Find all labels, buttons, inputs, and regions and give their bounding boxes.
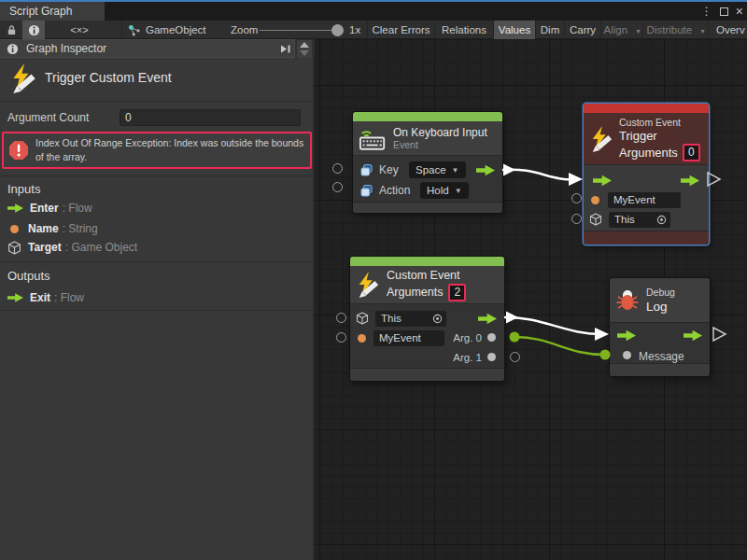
arg0-label: Arg. 0 bbox=[453, 332, 482, 343]
port-customevent-target-in[interactable] bbox=[336, 313, 346, 323]
zoom-slider-handle[interactable] bbox=[331, 24, 344, 36]
action-label: Action bbox=[379, 184, 420, 197]
keyboard-icon bbox=[359, 126, 387, 150]
tab-bar: Script Graph ⋮ × bbox=[0, 2, 747, 21]
node-color-bar bbox=[353, 112, 502, 121]
trigger-out-port[interactable] bbox=[476, 164, 495, 176]
node-title: Log bbox=[646, 300, 675, 314]
dim-button[interactable]: Dim bbox=[535, 21, 564, 39]
node-footer bbox=[610, 364, 710, 376]
node-category: Custom Event bbox=[619, 117, 700, 128]
info-icon bbox=[7, 43, 19, 55]
node-title: Trigger bbox=[619, 129, 700, 143]
gameobject-selector[interactable]: GameObject bbox=[146, 21, 206, 39]
align-button[interactable]: Align ▾ bbox=[600, 21, 642, 39]
input-row-target: Target : Game Object bbox=[7, 239, 137, 256]
node-debug-log[interactable]: Debug Log Message bbox=[610, 278, 710, 376]
arg1-label: Arg. 1 bbox=[453, 352, 482, 363]
node-on-keyboard-input[interactable]: On Keyboard Input Event Key Space▼ Actio… bbox=[353, 112, 502, 213]
event-name-row: MyEvent bbox=[591, 191, 681, 208]
tab-script-graph[interactable]: Script Graph bbox=[0, 2, 105, 21]
port-key-value-in[interactable] bbox=[332, 163, 343, 174]
scroll-spinner[interactable] bbox=[297, 40, 312, 58]
flow-in-port[interactable] bbox=[617, 329, 636, 342]
error-icon bbox=[8, 140, 29, 161]
variable-icon bbox=[360, 164, 373, 176]
target-field[interactable]: This bbox=[609, 212, 670, 228]
node-footer bbox=[584, 231, 709, 245]
toolbar: <×> GameObject Zoom 1x Clear Errors Rela… bbox=[0, 21, 747, 39]
clear-errors-button[interactable]: Clear Errors bbox=[367, 21, 434, 39]
close-icon[interactable]: × bbox=[736, 7, 743, 16]
arguments-value-box[interactable]: 0 bbox=[683, 144, 700, 161]
node-footer bbox=[350, 369, 504, 381]
object-picker-icon[interactable] bbox=[656, 215, 667, 225]
debug-play-indicator bbox=[713, 328, 726, 341]
node-category: Debug bbox=[646, 287, 675, 298]
trigger-out-port[interactable] bbox=[478, 313, 497, 325]
spinner-down-icon[interactable] bbox=[300, 50, 309, 56]
node-trigger-custom-event[interactable]: Custom Event Trigger Arguments 0 MyEvent… bbox=[584, 104, 709, 245]
dock-button[interactable] bbox=[276, 41, 294, 56]
bug-icon bbox=[615, 289, 640, 311]
inspector-toggle-button[interactable] bbox=[22, 21, 45, 39]
event-name-field[interactable]: MyEvent bbox=[608, 192, 681, 208]
overview-button[interactable]: Overv bbox=[708, 21, 747, 39]
argument-count-label: Argument Count bbox=[7, 111, 89, 124]
code-view-button[interactable]: <×> bbox=[58, 21, 101, 39]
flow-port-icon bbox=[7, 293, 23, 303]
window-controls: ⋮ × bbox=[701, 2, 743, 21]
node-title: Custom Event bbox=[387, 269, 466, 282]
lock-button[interactable] bbox=[0, 21, 22, 39]
wire-head-arrow bbox=[569, 173, 583, 186]
node-custom-event[interactable]: Custom Event Arguments 2 This MyEvent A bbox=[350, 257, 504, 381]
maximize-icon[interactable] bbox=[720, 7, 728, 16]
node-color-bar bbox=[584, 104, 709, 113]
port-arg1-out[interactable] bbox=[510, 352, 520, 362]
event-name-field[interactable]: MyEvent bbox=[374, 330, 444, 346]
target-row: This bbox=[356, 310, 446, 327]
wire-arg0-to-message[interactable] bbox=[514, 337, 605, 355]
arguments-value-box[interactable]: 2 bbox=[448, 284, 466, 301]
key-dropdown[interactable]: Space▼ bbox=[409, 161, 466, 178]
wire-endpoint bbox=[600, 350, 611, 360]
flow-in-port[interactable] bbox=[593, 175, 612, 187]
flow-out-port[interactable] bbox=[681, 175, 699, 187]
message-port[interactable] bbox=[623, 351, 631, 359]
arguments-label: Arguments bbox=[387, 286, 443, 299]
values-button[interactable]: Values bbox=[493, 21, 535, 39]
input-row-enter: Enter : Flow bbox=[7, 200, 92, 217]
spinner-up-icon[interactable] bbox=[300, 42, 309, 48]
port-customevent-name-in[interactable] bbox=[336, 332, 346, 343]
arg1-port[interactable] bbox=[487, 353, 496, 361]
relations-button[interactable]: Relations bbox=[434, 21, 493, 39]
flow-out-port[interactable] bbox=[684, 329, 702, 342]
lock-icon bbox=[7, 24, 17, 36]
port-trigger-name-in[interactable] bbox=[571, 193, 582, 203]
inspector-header-bar[interactable]: Graph Inspector bbox=[0, 39, 295, 58]
object-picker-icon[interactable] bbox=[432, 314, 443, 324]
custom-event-icon bbox=[9, 63, 37, 93]
chevron-down-icon: ▾ bbox=[700, 27, 704, 35]
inputs-header: Inputs bbox=[7, 182, 40, 196]
tab-title: Script Graph bbox=[9, 5, 72, 18]
target-row: This bbox=[589, 211, 670, 228]
gameobject-port-icon bbox=[7, 241, 21, 255]
string-port-icon bbox=[591, 196, 599, 204]
output-row-exit: Exit : Flow bbox=[7, 289, 84, 306]
action-dropdown[interactable]: Hold▼ bbox=[420, 182, 469, 199]
carry-button[interactable]: Carry bbox=[564, 21, 600, 39]
variable-icon bbox=[360, 185, 373, 197]
graph-canvas[interactable]: On Keyboard Input Event Key Space▼ Actio… bbox=[315, 39, 747, 560]
menu-icon[interactable]: ⋮ bbox=[701, 5, 712, 18]
arg0-port[interactable] bbox=[487, 333, 496, 342]
port-trigger-target-in[interactable] bbox=[571, 214, 582, 224]
trigger-play-indicator bbox=[708, 173, 720, 186]
wire-keyboard-to-trigger[interactable] bbox=[502, 170, 579, 180]
port-action-value-in[interactable] bbox=[332, 182, 343, 192]
target-field[interactable]: This bbox=[375, 311, 446, 327]
wire-customevent-to-debug[interactable] bbox=[504, 317, 605, 334]
distribute-button[interactable]: Distribute ▾ bbox=[642, 21, 708, 39]
argument-count-input[interactable]: 0 bbox=[120, 109, 301, 126]
error-text: Index Out Of Range Exception: Index was … bbox=[35, 136, 306, 164]
